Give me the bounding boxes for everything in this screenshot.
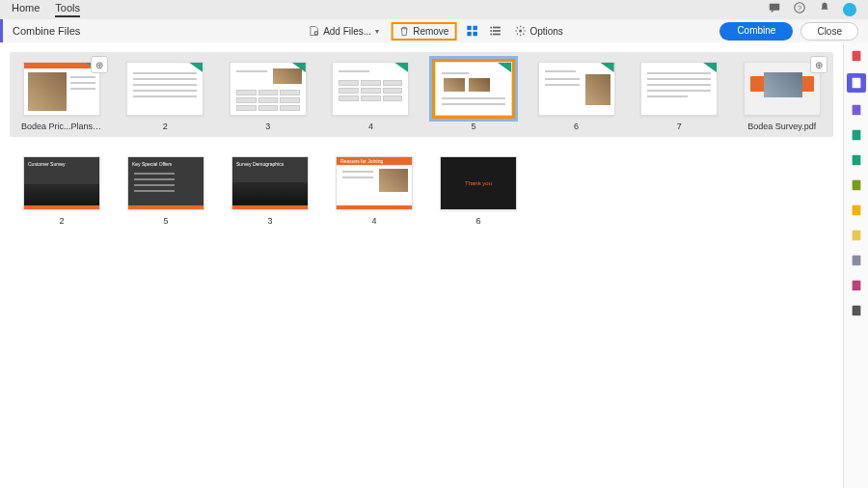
file-group-2: Customer Survey 2 Key Special Offers 5 S… (10, 156, 833, 226)
file-item[interactable]: ⊕ Bodea Pric...Plans.pptx (21, 62, 102, 131)
svg-rect-19 (852, 155, 860, 166)
page-number: 5 (163, 216, 168, 226)
sign-icon[interactable] (849, 278, 864, 293)
help-icon[interactable]: ? (793, 1, 806, 18)
edit-pdf-icon[interactable] (849, 102, 864, 118)
thumbnail[interactable] (23, 62, 100, 116)
page-number: 5 (472, 122, 476, 131)
svg-rect-9 (493, 27, 501, 29)
page-item[interactable]: Reasons for Joining 4 (334, 156, 415, 226)
page-number: 4 (371, 216, 376, 226)
expand-icon[interactable]: ⊕ (91, 56, 108, 73)
redact-icon[interactable] (849, 303, 864, 318)
page-item[interactable]: Survey Demographics 3 (230, 156, 311, 226)
thumbnail-canvas[interactable]: ⊕ Bodea Pric...Plans.pptx 2 3 4 5 (0, 42, 843, 488)
thumbnail[interactable]: Reasons for Joining (336, 156, 413, 210)
svg-rect-18 (852, 130, 860, 141)
page-number: 6 (574, 122, 579, 131)
combine-toolbar: Combine Files Add Files... ▾ Remove Opti… (0, 19, 868, 42)
thumbnail[interactable] (640, 62, 718, 116)
page-item[interactable]: Thank you 6 (438, 156, 519, 226)
right-rail (843, 42, 868, 488)
remove-button[interactable]: Remove (391, 22, 456, 41)
close-button[interactable]: Close (800, 22, 858, 41)
svg-rect-7 (473, 32, 476, 36)
page-number: 3 (265, 122, 270, 131)
export-icon[interactable] (849, 127, 864, 143)
page-title: Combine Files (13, 25, 80, 37)
page-number: 7 (677, 122, 682, 131)
thumbnail[interactable] (230, 62, 307, 116)
page-item[interactable]: Customer Survey 2 (21, 156, 102, 226)
page-number: 3 (267, 216, 272, 226)
options-button[interactable]: Options (510, 23, 566, 39)
combine-icon[interactable] (847, 73, 866, 93)
file-item[interactable]: ⊕ Bodea Survey.pdf (742, 62, 822, 131)
svg-text:?: ? (798, 5, 801, 12)
compress-icon[interactable] (849, 177, 864, 193)
expand-icon[interactable]: ⊕ (810, 56, 827, 73)
thumbnail[interactable] (126, 62, 203, 116)
file-label: Bodea Survey.pdf (747, 122, 816, 131)
thumbnail[interactable] (744, 62, 821, 116)
page-item[interactable]: 2 (125, 62, 205, 131)
svg-rect-23 (852, 256, 860, 266)
grid-view-button[interactable] (464, 23, 479, 39)
svg-rect-11 (493, 30, 501, 32)
svg-rect-22 (852, 230, 860, 241)
add-files-label: Add Files... (323, 26, 371, 37)
svg-rect-20 (852, 180, 860, 191)
svg-point-14 (519, 30, 522, 33)
thumbnail[interactable] (538, 62, 615, 116)
thumbnail[interactable]: Thank you (440, 156, 517, 210)
options-label: Options (529, 26, 562, 37)
svg-rect-17 (852, 105, 860, 116)
page-item[interactable]: 5 (434, 62, 514, 131)
export-pdf-icon[interactable] (849, 48, 864, 64)
svg-rect-0 (770, 4, 780, 11)
page-item[interactable]: 3 (229, 62, 309, 131)
page-number: 6 (475, 216, 480, 226)
avatar[interactable] (843, 3, 856, 16)
svg-rect-5 (473, 26, 476, 30)
bell-icon[interactable] (818, 1, 831, 18)
thumbnail[interactable]: Key Special Offers (127, 156, 204, 210)
file-group-expanded: ⊕ Bodea Pric...Plans.pptx 2 3 4 5 (10, 52, 833, 137)
page-item[interactable]: Key Special Offers 5 (125, 156, 206, 226)
top-tabs: Home Tools (12, 2, 80, 17)
remove-label: Remove (413, 26, 448, 37)
thumbnail-selected[interactable] (435, 62, 512, 116)
page-item[interactable]: 4 (331, 62, 411, 131)
page-item[interactable]: 6 (536, 62, 616, 131)
top-right-icons: ? (768, 1, 856, 18)
svg-rect-8 (490, 27, 492, 29)
page-number: 2 (163, 122, 168, 131)
list-view-button[interactable] (487, 23, 502, 39)
chat-icon[interactable] (768, 1, 781, 18)
thumbnail[interactable] (332, 62, 409, 116)
svg-rect-12 (490, 34, 492, 36)
file-label: Bodea Pric...Plans.pptx (21, 122, 102, 131)
svg-rect-6 (467, 32, 471, 36)
svg-rect-13 (493, 34, 501, 36)
tab-home[interactable]: Home (12, 2, 40, 17)
shield-icon[interactable] (849, 253, 864, 268)
comment-icon[interactable] (849, 203, 864, 218)
page-item[interactable]: 7 (639, 62, 719, 131)
thumbnail[interactable]: Survey Demographics (231, 156, 309, 210)
add-files-button[interactable]: Add Files... ▾ (304, 23, 383, 39)
svg-rect-21 (852, 205, 860, 216)
svg-rect-10 (490, 30, 492, 32)
combine-button[interactable]: Combine (719, 22, 793, 41)
main-area: ⊕ Bodea Pric...Plans.pptx 2 3 4 5 (0, 42, 868, 488)
svg-rect-25 (852, 306, 860, 316)
svg-rect-16 (852, 78, 860, 89)
thumbnail[interactable]: Customer Survey (23, 156, 100, 210)
svg-rect-24 (852, 281, 860, 291)
app-topbar: Home Tools ? (0, 0, 868, 19)
organize-icon[interactable] (849, 152, 864, 168)
svg-rect-4 (467, 26, 471, 30)
tab-tools[interactable]: Tools (55, 2, 80, 17)
protect-icon[interactable] (849, 228, 864, 243)
chevron-down-icon: ▾ (375, 27, 379, 36)
